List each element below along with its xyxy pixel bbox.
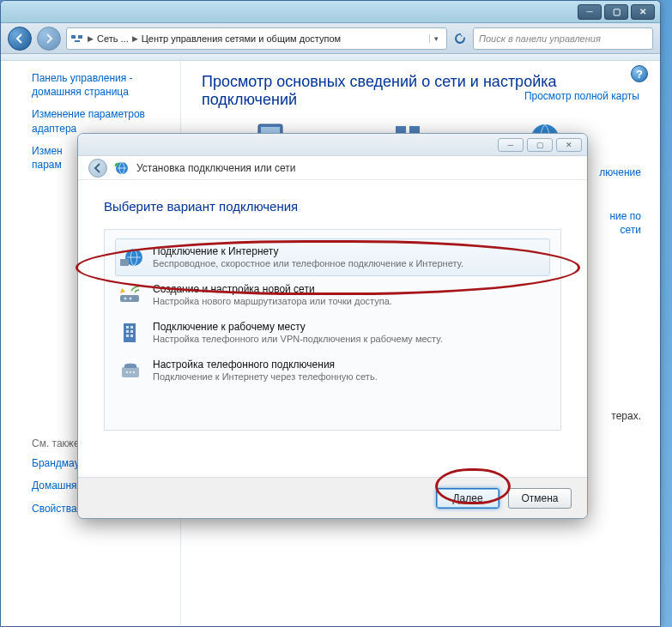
option-desc: Беспроводное, скоростное или телефонное … xyxy=(153,258,463,268)
link-partial-info-1[interactable]: ние по xyxy=(609,209,641,223)
sidebar-link-control-panel-home[interactable]: Панель управления - домашняя страница xyxy=(32,71,166,99)
phone-icon xyxy=(118,359,144,383)
network-icon xyxy=(70,32,84,45)
dialog-close-button[interactable]: ✕ xyxy=(556,138,582,152)
crumb-network-center[interactable]: Центр управления сетями и общим доступом xyxy=(142,33,341,44)
refresh-button[interactable] xyxy=(452,31,468,46)
dialog-content: Выберите вариант подключения Подключение… xyxy=(78,180,587,439)
svg-rect-2 xyxy=(75,40,80,42)
connection-options-list: Подключение к Интернету Беспроводное, ск… xyxy=(104,229,561,431)
arrow-right-icon xyxy=(43,33,55,45)
dialog-footer: Далее Отмена xyxy=(78,477,587,518)
svg-rect-21 xyxy=(130,330,133,333)
option-internet-connection[interactable]: Подключение к Интернету Беспроводное, ск… xyxy=(115,238,550,276)
link-partial-info-2[interactable]: сети xyxy=(621,223,641,237)
title-bar: ─ ▢ ✕ xyxy=(1,1,660,23)
svg-point-26 xyxy=(130,371,131,373)
nav-back-button[interactable] xyxy=(8,27,32,51)
arrow-left-icon xyxy=(93,163,103,173)
dialog-maximize-button[interactable]: ▢ xyxy=(527,138,553,152)
dialog-back-button[interactable] xyxy=(88,159,107,178)
maximize-button[interactable]: ▢ xyxy=(604,4,628,20)
dialog-minimize-button[interactable]: ─ xyxy=(498,138,524,152)
next-button[interactable]: Далее xyxy=(436,488,499,509)
svg-rect-18 xyxy=(126,326,129,329)
svg-point-15 xyxy=(124,298,127,300)
nav-bar: ▶ Сеть ... ▶ Центр управления сетями и о… xyxy=(1,23,660,54)
breadcrumb-dropdown[interactable]: ▾ xyxy=(429,34,443,43)
crumb-network[interactable]: Сеть ... xyxy=(97,33,129,44)
wizard-icon xyxy=(114,160,130,176)
search-input[interactable]: Поиск в панели управления xyxy=(473,27,653,50)
router-icon xyxy=(118,283,144,307)
option-dialup[interactable]: Настройка телефонного подключения Подклю… xyxy=(115,352,550,389)
option-desc: Подключение к Интернету через телефонную… xyxy=(153,371,378,382)
link-see-full-map[interactable]: Просмотр полной карты xyxy=(524,90,639,102)
minimize-button[interactable]: ─ xyxy=(578,4,602,20)
nav-forward-button[interactable] xyxy=(37,27,61,51)
option-title: Подключение к рабочему месту xyxy=(153,321,443,333)
svg-point-16 xyxy=(130,298,132,300)
breadcrumb-bar[interactable]: ▶ Сеть ... ▶ Центр управления сетями и о… xyxy=(66,27,447,50)
dialog-title-bar: ─ ▢ ✕ xyxy=(78,134,587,156)
refresh-icon xyxy=(453,32,467,45)
option-title: Создание и настройка новой сети xyxy=(153,283,392,295)
link-partial-connection[interactable]: лючение xyxy=(599,166,641,179)
dialog-title: Установка подключения или сети xyxy=(136,162,295,174)
sidebar-link-adapter-settings[interactable]: Изменение параметров адаптера xyxy=(32,107,166,135)
close-button[interactable]: ✕ xyxy=(631,4,655,20)
option-title: Настройка телефонного подключения xyxy=(153,359,378,371)
dialog-header: Установка подключения или сети xyxy=(78,156,587,180)
svg-rect-22 xyxy=(126,335,129,337)
wizard-dialog: ─ ▢ ✕ Установка подключения или сети Выб… xyxy=(77,133,588,519)
svg-point-25 xyxy=(126,371,128,373)
arrow-left-icon xyxy=(14,33,26,45)
text-partial-trouble: терах. xyxy=(611,409,641,423)
svg-rect-0 xyxy=(71,35,76,39)
svg-rect-23 xyxy=(130,335,133,337)
globe-icon xyxy=(118,245,144,269)
option-workplace[interactable]: Подключение к рабочему месту Настройка т… xyxy=(115,314,550,352)
svg-rect-1 xyxy=(78,35,82,39)
dialog-heading: Выберите вариант подключения xyxy=(104,199,561,214)
svg-point-27 xyxy=(133,371,135,373)
option-title: Подключение к Интернету xyxy=(153,245,463,257)
option-desc: Настройка нового маршрутизатора или точк… xyxy=(153,296,392,306)
option-new-network[interactable]: Создание и настройка новой сети Настройк… xyxy=(115,276,550,314)
building-icon xyxy=(118,321,144,345)
svg-rect-19 xyxy=(130,326,133,329)
svg-rect-20 xyxy=(126,330,129,333)
cancel-button[interactable]: Отмена xyxy=(508,488,572,509)
svg-rect-17 xyxy=(124,323,136,342)
option-desc: Настройка телефонного или VPN-подключени… xyxy=(153,334,443,344)
svg-rect-13 xyxy=(120,259,129,266)
